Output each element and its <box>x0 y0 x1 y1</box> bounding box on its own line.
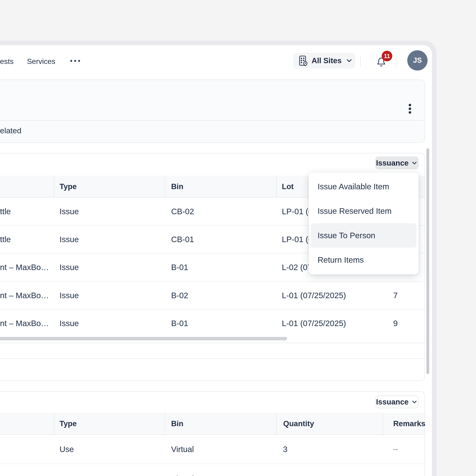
cell-type: Issue <box>60 282 79 309</box>
cell-bin: Virtual <box>171 435 194 463</box>
cell-type: Issue <box>60 225 79 253</box>
cell-type: Issue <box>60 254 79 281</box>
chevron-down-icon <box>411 398 418 406</box>
nav-divider <box>360 56 361 67</box>
issuance-dropdown-button[interactable]: Issuance <box>375 157 419 169</box>
building-icon <box>298 55 308 66</box>
table-row[interactable]: nt – MaxBo… Issue B-01 L-01 (07/25/2025)… <box>0 309 425 337</box>
kebab-menu-icon[interactable] <box>409 104 411 114</box>
column-divider <box>165 413 165 434</box>
issuance-dropdown-menu: Issue Available Item Issue Reserved Item… <box>309 172 419 274</box>
column-header-lot: Lot <box>282 176 294 197</box>
column-divider <box>165 176 165 197</box>
menu-item-issue-available-item[interactable]: Issue Available Item <box>309 174 419 199</box>
cell-quantity: 3 <box>283 464 287 476</box>
cell-quantity: 3 <box>283 435 287 463</box>
cell-bin: Virtual <box>171 464 194 476</box>
column-header-bin: Bin <box>171 413 183 434</box>
nav-divider <box>396 56 396 67</box>
chevron-down-icon <box>345 57 353 65</box>
column-header-remarks: Remarks <box>393 413 425 434</box>
cell-lot: L-01 (07/25/2025) <box>282 309 346 337</box>
cell-remarks: -- <box>393 435 398 463</box>
column-divider <box>276 413 277 434</box>
header-card-divider <box>0 120 425 121</box>
nav-item-requests-partial[interactable]: ests <box>0 57 14 66</box>
column-divider <box>276 176 277 197</box>
cell-type: Issue <box>60 309 79 337</box>
table-row[interactable]: Use Virtual 3 -- <box>0 435 425 464</box>
table-row[interactable]: Use Virtual 3 <box>0 464 425 476</box>
horizontal-scrollbar-thumb[interactable] <box>0 337 287 340</box>
cell-item: nt – MaxBo… <box>0 254 49 281</box>
column-divider <box>54 413 54 434</box>
column-divider <box>54 176 54 197</box>
column-header-type: Type <box>60 176 77 197</box>
tab-related-partial[interactable]: elated <box>0 126 21 135</box>
issuance-dropdown-button-2[interactable]: Issuance <box>375 395 419 408</box>
cell-quantity: 9 <box>393 309 398 337</box>
cell-bin: CB-01 <box>171 225 194 253</box>
cell-bin: B-01 <box>171 254 188 281</box>
cell-quantity: 7 <box>393 282 398 309</box>
menu-item-return-items[interactable]: Return Items <box>309 248 419 272</box>
column-header-type: Type <box>60 413 77 434</box>
nav-overflow-ellipsis-icon[interactable] <box>70 60 80 62</box>
cell-lot: LP-01 (0 <box>282 225 313 253</box>
nav-item-services[interactable]: Services <box>27 57 55 66</box>
avatar-initials: JS <box>413 56 422 65</box>
issuance-button-label: Issuance <box>376 159 408 168</box>
cell-type: Issue <box>60 198 79 225</box>
notification-count-badge: 11 <box>382 51 392 61</box>
site-selector-label: All Sites <box>312 56 341 65</box>
column-header-quantity: Quantity <box>283 413 314 434</box>
column-header-bin: Bin <box>171 176 183 197</box>
cell-lot: LP-01 (0 <box>282 198 313 225</box>
cell-type: Use <box>60 435 74 463</box>
cell-item: nt – MaxBo… <box>0 309 49 337</box>
cell-item: ttle <box>0 225 11 253</box>
cell-bin: B-02 <box>171 282 188 309</box>
cell-type: Use <box>60 464 74 476</box>
cell-item: ttle <box>0 198 11 225</box>
table-row[interactable]: nt – MaxBo… Issue B-02 L-01 (07/25/2025)… <box>0 282 425 309</box>
chevron-down-icon <box>411 160 418 167</box>
menu-item-issue-to-person[interactable]: Issue To Person <box>311 223 416 248</box>
usage-table-header: Type Bin Quantity Remarks <box>0 413 425 435</box>
cell-lot: L-01 (07/25/2025) <box>282 282 346 309</box>
table-footer-strip <box>0 344 425 359</box>
user-avatar[interactable]: JS <box>407 50 427 70</box>
column-divider <box>383 413 383 434</box>
vertical-scrollbar-thumb[interactable] <box>426 148 429 374</box>
screen: ests Services All Sites 11 JS <box>0 0 476 476</box>
menu-item-issue-reserved-item[interactable]: Issue Reserved Item <box>309 199 419 223</box>
issuance-button-label: Issuance <box>376 398 408 406</box>
cell-item: nt – MaxBo… <box>0 282 49 309</box>
record-header-card <box>0 80 425 143</box>
cell-bin: CB-02 <box>171 198 194 225</box>
site-selector-button[interactable]: All Sites <box>293 53 355 68</box>
cell-bin: B-01 <box>171 309 188 337</box>
